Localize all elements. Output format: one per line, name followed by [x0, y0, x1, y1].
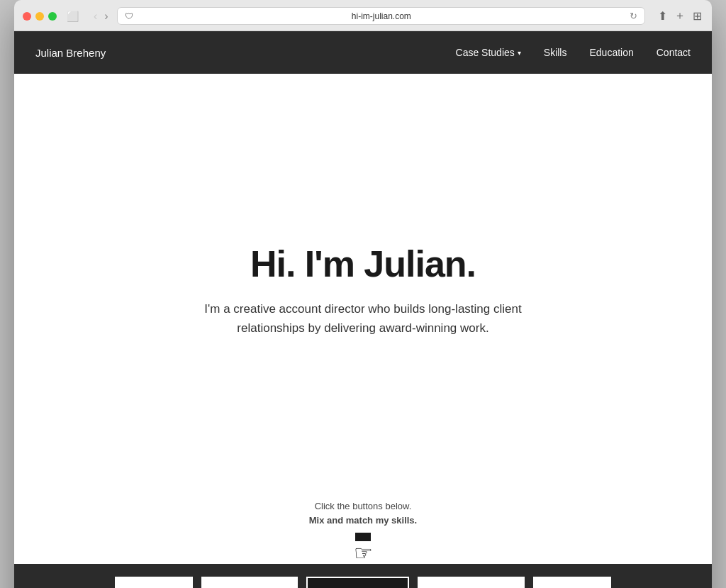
tab-overview-button[interactable]: ⊞ [691, 7, 703, 25]
nav-links: Case Studies ▾ Skills Education Contact [456, 46, 691, 59]
back-button[interactable]: ‹ [91, 9, 100, 24]
new-tab-button[interactable]: ＋ [673, 7, 687, 25]
hero-title: Hi. I'm Julian. [250, 243, 476, 285]
hand-emoji: ☞ [354, 543, 373, 564]
site-nav: Julian Breheny Case Studies ▾ Skills Edu… [14, 31, 712, 74]
address-bar-container: 🛡 hi-im-julian.com ↻ [117, 7, 645, 25]
nav-link-case-studies[interactable]: Case Studies ▾ [456, 47, 521, 58]
forward-button[interactable]: › [101, 9, 111, 24]
share-button[interactable]: ⬆ [657, 7, 669, 25]
reload-icon[interactable]: ↻ [630, 11, 637, 21]
nav-brand[interactable]: Julian Breheny [35, 47, 106, 59]
cta-text: Click the buttons below. Mix and match m… [309, 499, 417, 527]
skill-button-account-director[interactable]: ACCOUNTDIRECTOR [115, 577, 193, 588]
website: Julian Breheny Case Studies ▾ Skills Edu… [14, 31, 712, 588]
hand-pointer-icon: ☞ [354, 533, 373, 564]
skill-button-design-build[interactable]: DESIGNAND BUILD [533, 577, 611, 588]
minimize-button[interactable] [35, 12, 44, 21]
skill-button-video-producer[interactable]: VIDEO PRODUCERAND EDITOR [418, 577, 525, 588]
sidebar-toggle-button[interactable]: ⬜ [62, 9, 82, 24]
browser-actions: ⬆ ＋ ⊞ [657, 7, 703, 25]
security-icon: 🛡 [125, 11, 133, 21]
maximize-button[interactable] [48, 12, 57, 21]
skills-bar-wrapper: ACCOUNTDIRECTOR MARKETINGAND STRATEGY CO… [14, 564, 712, 588]
nav-link-skills[interactable]: Skills [544, 47, 567, 58]
browser-nav: ‹ › [91, 9, 111, 24]
traffic-lights [23, 12, 57, 21]
skill-button-marketing[interactable]: MARKETINGAND STRATEGY [201, 577, 298, 588]
skills-bar: ACCOUNTDIRECTOR MARKETINGAND STRATEGY CO… [14, 564, 712, 588]
skills-cta: Click the buttons below. Mix and match m… [14, 492, 712, 564]
nav-link-contact[interactable]: Contact [657, 47, 691, 58]
skill-button-comedy-writer[interactable]: COMEDY WRITER [306, 577, 409, 588]
close-button[interactable] [23, 12, 31, 21]
pointer-rectangle [355, 533, 371, 541]
nav-link-education[interactable]: Education [589, 47, 633, 58]
hero-section: Hi. I'm Julian. I'm a creative account d… [14, 74, 712, 492]
hero-subtitle: I'm a creative account director who buil… [196, 299, 530, 338]
browser-chrome: ⬜ ‹ › 🛡 hi-im-julian.com ↻ ⬆ ＋ ⊞ [14, 0, 712, 31]
chevron-down-icon: ▾ [518, 49, 521, 57]
browser-window: ⬜ ‹ › 🛡 hi-im-julian.com ↻ ⬆ ＋ ⊞ Julian … [14, 0, 712, 588]
url-display[interactable]: hi-im-julian.com [139, 11, 624, 21]
